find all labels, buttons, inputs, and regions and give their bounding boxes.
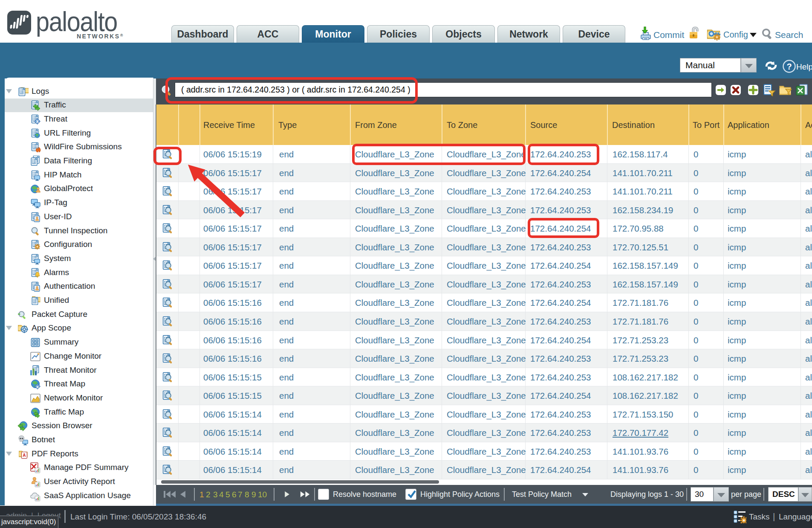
svg-text:A: A bbox=[23, 453, 26, 458]
svg-text:?: ? bbox=[786, 62, 792, 71]
